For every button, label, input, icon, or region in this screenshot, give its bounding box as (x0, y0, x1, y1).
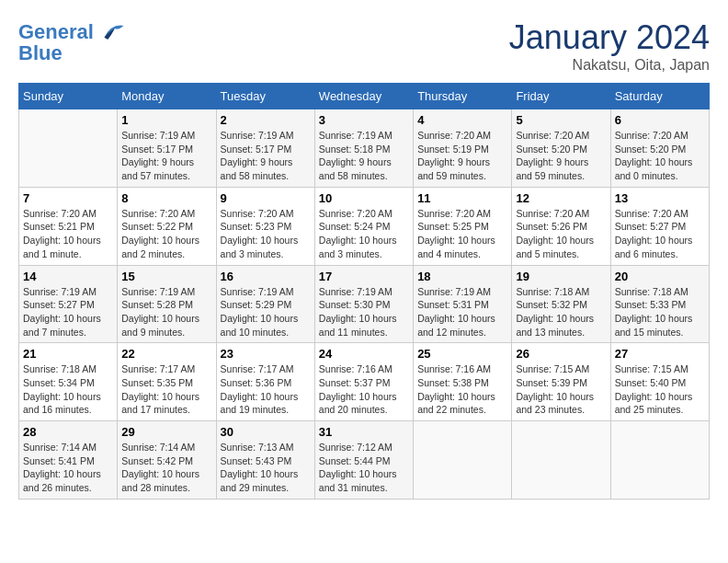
day-info: Sunrise: 7:20 AMSunset: 5:19 PMDaylight:… (417, 129, 507, 183)
day-info: Sunrise: 7:19 AMSunset: 5:27 PMDaylight:… (23, 285, 113, 339)
day-number: 19 (516, 270, 606, 283)
calendar-day-cell: 26Sunrise: 7:15 AMSunset: 5:39 PMDayligh… (512, 343, 610, 421)
day-info: Sunrise: 7:19 AMSunset: 5:28 PMDaylight:… (121, 285, 211, 339)
logo: General Blue (18, 18, 125, 64)
day-number: 4 (417, 113, 507, 127)
calendar-day-cell (19, 109, 118, 188)
calendar-day-cell: 12Sunrise: 7:20 AMSunset: 5:26 PMDayligh… (512, 187, 610, 265)
weekday-header: Wednesday (314, 84, 413, 109)
day-info: Sunrise: 7:20 AMSunset: 5:20 PMDaylight:… (516, 129, 606, 183)
calendar-day-cell: 15Sunrise: 7:19 AMSunset: 5:28 PMDayligh… (118, 265, 216, 343)
calendar-week-row: 28Sunrise: 7:14 AMSunset: 5:41 PMDayligh… (19, 421, 710, 500)
weekday-header: Monday (118, 84, 216, 109)
day-number: 11 (417, 191, 507, 205)
day-info: Sunrise: 7:20 AMSunset: 5:22 PMDaylight:… (121, 207, 211, 261)
calendar-day-cell: 20Sunrise: 7:18 AMSunset: 5:33 PMDayligh… (610, 265, 709, 343)
calendar-week-row: 21Sunrise: 7:18 AMSunset: 5:34 PMDayligh… (19, 343, 710, 421)
calendar-day-cell: 5Sunrise: 7:20 AMSunset: 5:20 PMDaylight… (512, 109, 610, 188)
calendar-day-cell: 19Sunrise: 7:18 AMSunset: 5:32 PMDayligh… (512, 265, 610, 343)
day-number: 26 (516, 347, 606, 361)
calendar-day-cell: 9Sunrise: 7:20 AMSunset: 5:23 PMDaylight… (216, 187, 314, 265)
calendar-table: SundayMondayTuesdayWednesdayThursdayFrid… (18, 83, 710, 500)
day-info: Sunrise: 7:19 AMSunset: 5:29 PMDaylight:… (221, 285, 311, 339)
calendar-day-cell (414, 421, 512, 500)
calendar-day-cell: 1Sunrise: 7:19 AMSunset: 5:17 PMDaylight… (118, 109, 216, 188)
weekday-header: Thursday (414, 84, 512, 109)
day-number: 25 (417, 347, 507, 361)
calendar-day-cell (512, 421, 610, 500)
day-number: 16 (221, 270, 311, 283)
calendar-day-cell: 28Sunrise: 7:14 AMSunset: 5:41 PMDayligh… (19, 421, 118, 500)
day-info: Sunrise: 7:20 AMSunset: 5:27 PMDaylight:… (615, 207, 705, 261)
day-number: 28 (23, 425, 113, 439)
day-number: 22 (121, 347, 211, 361)
day-info: Sunrise: 7:19 AMSunset: 5:17 PMDaylight:… (221, 129, 311, 183)
day-info: Sunrise: 7:20 AMSunset: 5:26 PMDaylight:… (516, 207, 606, 261)
page-header: General Blue January 2024 Nakatsu, Oita,… (18, 18, 710, 74)
day-info: Sunrise: 7:16 AMSunset: 5:37 PMDaylight:… (319, 362, 409, 417)
day-number: 27 (615, 347, 705, 361)
day-number: 12 (516, 191, 606, 205)
calendar-day-cell: 16Sunrise: 7:19 AMSunset: 5:29 PMDayligh… (216, 265, 314, 343)
title-area: January 2024 Nakatsu, Oita, Japan (509, 18, 710, 74)
month-title: January 2024 (509, 18, 710, 57)
calendar-day-cell: 8Sunrise: 7:20 AMSunset: 5:22 PMDaylight… (118, 187, 216, 265)
day-info: Sunrise: 7:19 AMSunset: 5:17 PMDaylight:… (121, 129, 211, 183)
day-info: Sunrise: 7:19 AMSunset: 5:30 PMDaylight:… (319, 285, 409, 339)
logo-bird-icon (97, 18, 125, 46)
day-info: Sunrise: 7:14 AMSunset: 5:41 PMDaylight:… (23, 441, 113, 495)
day-number: 1 (121, 113, 211, 127)
calendar-day-cell: 3Sunrise: 7:19 AMSunset: 5:18 PMDaylight… (314, 109, 413, 188)
calendar-week-row: 7Sunrise: 7:20 AMSunset: 5:21 PMDaylight… (19, 187, 710, 265)
day-number: 7 (23, 191, 113, 205)
day-number: 15 (121, 270, 211, 283)
day-number: 23 (221, 347, 311, 361)
calendar-day-cell: 2Sunrise: 7:19 AMSunset: 5:17 PMDaylight… (216, 109, 314, 188)
calendar-header-row: SundayMondayTuesdayWednesdayThursdayFrid… (19, 84, 710, 109)
weekday-header: Saturday (610, 84, 709, 109)
calendar-day-cell: 31Sunrise: 7:12 AMSunset: 5:44 PMDayligh… (314, 421, 413, 500)
day-number: 8 (121, 191, 211, 205)
day-info: Sunrise: 7:18 AMSunset: 5:34 PMDaylight:… (23, 362, 113, 417)
day-number: 14 (23, 270, 113, 283)
day-info: Sunrise: 7:17 AMSunset: 5:36 PMDaylight:… (221, 362, 311, 417)
day-number: 18 (417, 270, 507, 283)
day-number: 3 (319, 113, 409, 127)
day-info: Sunrise: 7:13 AMSunset: 5:43 PMDaylight:… (221, 441, 311, 495)
calendar-day-cell: 21Sunrise: 7:18 AMSunset: 5:34 PMDayligh… (19, 343, 118, 421)
day-info: Sunrise: 7:18 AMSunset: 5:32 PMDaylight:… (516, 285, 606, 339)
day-info: Sunrise: 7:20 AMSunset: 5:21 PMDaylight:… (23, 207, 113, 261)
calendar-day-cell: 30Sunrise: 7:13 AMSunset: 5:43 PMDayligh… (216, 421, 314, 500)
calendar-day-cell (610, 421, 709, 500)
day-number: 29 (121, 425, 211, 439)
day-number: 31 (319, 425, 409, 439)
day-number: 21 (23, 347, 113, 361)
day-info: Sunrise: 7:16 AMSunset: 5:38 PMDaylight:… (417, 362, 507, 417)
calendar-body: 1Sunrise: 7:19 AMSunset: 5:17 PMDaylight… (19, 109, 710, 500)
day-info: Sunrise: 7:12 AMSunset: 5:44 PMDaylight:… (319, 441, 409, 495)
day-info: Sunrise: 7:18 AMSunset: 5:33 PMDaylight:… (615, 285, 705, 339)
calendar-day-cell: 27Sunrise: 7:15 AMSunset: 5:40 PMDayligh… (610, 343, 709, 421)
weekday-header: Sunday (19, 84, 118, 109)
day-info: Sunrise: 7:19 AMSunset: 5:18 PMDaylight:… (319, 129, 409, 183)
day-info: Sunrise: 7:20 AMSunset: 5:25 PMDaylight:… (417, 207, 507, 261)
weekday-header: Friday (512, 84, 610, 109)
calendar-day-cell: 10Sunrise: 7:20 AMSunset: 5:24 PMDayligh… (314, 187, 413, 265)
calendar-day-cell: 7Sunrise: 7:20 AMSunset: 5:21 PMDaylight… (19, 187, 118, 265)
day-info: Sunrise: 7:20 AMSunset: 5:24 PMDaylight:… (319, 207, 409, 261)
day-number: 10 (319, 191, 409, 205)
calendar-day-cell: 13Sunrise: 7:20 AMSunset: 5:27 PMDayligh… (610, 187, 709, 265)
calendar-day-cell: 14Sunrise: 7:19 AMSunset: 5:27 PMDayligh… (19, 265, 118, 343)
day-number: 20 (615, 270, 705, 283)
calendar-day-cell: 18Sunrise: 7:19 AMSunset: 5:31 PMDayligh… (414, 265, 512, 343)
subtitle: Nakatsu, Oita, Japan (509, 57, 710, 74)
weekday-header: Tuesday (216, 84, 314, 109)
calendar-week-row: 14Sunrise: 7:19 AMSunset: 5:27 PMDayligh… (19, 265, 710, 343)
calendar-day-cell: 4Sunrise: 7:20 AMSunset: 5:19 PMDaylight… (414, 109, 512, 188)
day-number: 2 (221, 113, 311, 127)
day-info: Sunrise: 7:19 AMSunset: 5:31 PMDaylight:… (417, 285, 507, 339)
calendar-day-cell: 25Sunrise: 7:16 AMSunset: 5:38 PMDayligh… (414, 343, 512, 421)
day-number: 9 (221, 191, 311, 205)
day-number: 13 (615, 191, 705, 205)
day-info: Sunrise: 7:15 AMSunset: 5:40 PMDaylight:… (615, 362, 705, 417)
